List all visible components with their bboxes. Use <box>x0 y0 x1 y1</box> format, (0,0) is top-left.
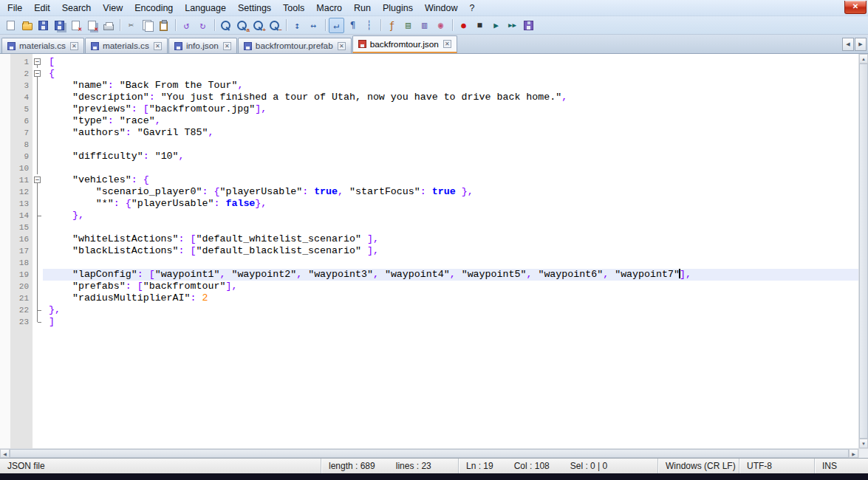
macro-record-icon[interactable]: ● <box>456 18 471 33</box>
code-line[interactable]: 7 "authors": "Gavril T85", <box>0 127 858 139</box>
menu-item-language[interactable]: Language <box>179 1 232 16</box>
menu-item-file[interactable]: File <box>1 1 28 16</box>
fold-box-marker[interactable]: − <box>33 174 43 186</box>
code-line[interactable]: 5 "previews": ["backfromtour.jpg"], <box>0 103 858 115</box>
find-icon[interactable] <box>218 18 233 33</box>
code-text[interactable]: "scenario_player0": {"playerUsable": tru… <box>43 186 858 198</box>
word-wrap-icon[interactable]: ↵ <box>329 18 344 33</box>
horizontal-scrollbar[interactable]: ◀ ▶ <box>0 448 858 458</box>
code-text[interactable] <box>43 257 858 269</box>
menu-item-view[interactable]: View <box>97 1 129 16</box>
code-text[interactable]: ] <box>43 316 858 328</box>
vertical-scrollbar-thumb[interactable] <box>859 64 868 439</box>
tab-backfromtour.json[interactable]: backfromtour.json✕ <box>352 35 457 53</box>
tab-close-icon[interactable]: ✕ <box>443 40 451 48</box>
code-line[interactable]: 18 <box>0 257 858 269</box>
undo-icon[interactable]: ↺ <box>179 18 194 33</box>
document-map-icon[interactable]: ▤ <box>400 18 416 33</box>
cut-icon[interactable]: ✂ <box>123 18 139 33</box>
menu-item-edit[interactable]: Edit <box>28 1 56 16</box>
code-text[interactable]: "*": {"playerUsable": false}, <box>43 198 858 210</box>
code-text[interactable]: "description": "You just finished a tour… <box>43 92 858 103</box>
monitoring-icon[interactable]: ◉ <box>433 18 448 33</box>
tab-materials.cs[interactable]: materials.cs✕ <box>1 38 84 53</box>
menu-item-window[interactable]: Window <box>419 1 463 16</box>
code-text[interactable]: "vehicles": { <box>43 174 858 186</box>
show-all-characters-icon[interactable]: ¶ <box>345 18 360 33</box>
fold-box-marker[interactable]: − <box>33 56 43 68</box>
tab-close-icon[interactable]: ✕ <box>154 42 162 50</box>
editor[interactable]: 1−[2−{3 "name": "Back From the Tour",4 "… <box>0 54 858 448</box>
save-all-icon[interactable] <box>52 18 67 33</box>
code-line[interactable]: 15 <box>0 222 858 233</box>
menu-item-macro[interactable]: Macro <box>310 1 348 16</box>
print-icon[interactable] <box>100 18 116 33</box>
fold-collapse-icon[interactable]: − <box>34 176 41 183</box>
code-line[interactable]: 17 "blackListActions": ["default_blackli… <box>0 245 858 257</box>
menu-item-help[interactable]: ? <box>463 1 480 16</box>
fold-box-marker[interactable]: − <box>33 68 43 80</box>
macro-play-icon[interactable]: ▶ <box>488 18 504 33</box>
code-line[interactable]: 14 }, <box>0 210 858 222</box>
code-line[interactable]: 4 "description": "You just finished a to… <box>0 92 858 103</box>
macro-save-icon[interactable] <box>521 18 536 33</box>
menu-item-run[interactable]: Run <box>348 1 377 16</box>
code-line[interactable]: 2−{ <box>0 68 858 80</box>
code-line[interactable]: 10 <box>0 162 858 174</box>
close-all-files-icon[interactable] <box>84 18 100 33</box>
code-line[interactable]: 1−[ <box>0 56 858 68</box>
function-list-icon[interactable]: ƒ <box>384 18 400 33</box>
code-line[interactable]: 23] <box>0 316 858 328</box>
code-text[interactable]: "blackListActions": ["default_blacklist_… <box>43 245 858 257</box>
fold-collapse-icon[interactable]: − <box>34 70 41 77</box>
close-file-icon[interactable] <box>68 18 83 33</box>
menu-item-plugins[interactable]: Plugins <box>377 1 419 16</box>
code-text[interactable]: "prefabs": ["backfromtour"], <box>43 281 858 292</box>
tab-close-icon[interactable]: ✕ <box>70 42 78 50</box>
save-file-icon[interactable] <box>35 18 51 33</box>
code-line[interactable]: 9 "difficulty": "10", <box>0 151 858 162</box>
replace-icon[interactable]: a <box>234 18 250 33</box>
window-close-button[interactable]: ✕ <box>844 1 867 14</box>
scroll-up-arrow-icon[interactable]: ▲ <box>859 54 868 64</box>
scroll-left-arrow-icon[interactable]: ◀ <box>0 449 10 458</box>
tab-close-icon[interactable]: ✕ <box>223 42 231 50</box>
code-line[interactable]: 3 "name": "Back From the Tour", <box>0 80 858 92</box>
code-line[interactable]: 13 "*": {"playerUsable": false}, <box>0 198 858 210</box>
open-file-icon[interactable] <box>19 18 35 33</box>
code-text[interactable]: "name": "Back From the Tour", <box>43 80 858 92</box>
code-text[interactable]: "authors": "Gavril T85", <box>43 127 858 139</box>
code-text[interactable]: "previews": ["backfromtour.jpg"], <box>43 103 858 115</box>
tab-close-icon[interactable]: ✕ <box>338 42 346 50</box>
macro-run-multiple-icon[interactable]: ▶▶ <box>505 18 520 33</box>
tab-backfromtour.prefab[interactable]: backfromtour.prefab✕ <box>238 38 352 53</box>
fold-collapse-icon[interactable]: − <box>34 58 41 65</box>
code-text[interactable] <box>43 139 858 151</box>
code-text[interactable]: }, <box>43 210 858 222</box>
redo-icon[interactable]: ↻ <box>195 18 211 33</box>
zoom-in-icon[interactable]: + <box>250 18 266 33</box>
code-text[interactable]: }, <box>43 304 858 316</box>
code-line[interactable]: 11− "vehicles": { <box>0 174 858 186</box>
code-text[interactable]: "whiteListActions": ["default_whitelist_… <box>43 233 858 245</box>
macro-stop-icon[interactable]: ■ <box>472 18 488 33</box>
zoom-out-icon[interactable]: − <box>267 18 282 33</box>
code-text[interactable] <box>43 222 858 233</box>
code-line[interactable]: 6 "type": "race", <box>0 115 858 127</box>
tab-info.json[interactable]: info.json✕ <box>168 38 237 53</box>
code-line[interactable]: 22}, <box>0 304 858 316</box>
horizontal-scrollbar-thumb[interactable] <box>10 449 849 458</box>
sync-horizontal-scrolling-icon[interactable]: ↔ <box>306 18 321 33</box>
scroll-right-arrow-icon[interactable]: ▶ <box>849 449 858 458</box>
code-text[interactable]: "lapConfig": ["waypoint1", "waypoint2", … <box>43 269 858 281</box>
code-line[interactable]: 20 "prefabs": ["backfromtour"], <box>0 281 858 292</box>
new-file-icon[interactable] <box>3 18 18 33</box>
document-list-icon[interactable]: ▥ <box>417 18 432 33</box>
status-insert-mode[interactable]: INS <box>815 459 868 473</box>
code-text[interactable]: [ <box>43 56 858 68</box>
menu-item-search[interactable]: Search <box>56 1 98 16</box>
tab-scroll-left-button[interactable]: ◀ <box>842 38 854 51</box>
code-text[interactable]: { <box>43 68 858 80</box>
code-line[interactable]: 12 "scenario_player0": {"playerUsable": … <box>0 186 858 198</box>
scroll-down-arrow-icon[interactable]: ▼ <box>859 439 868 448</box>
